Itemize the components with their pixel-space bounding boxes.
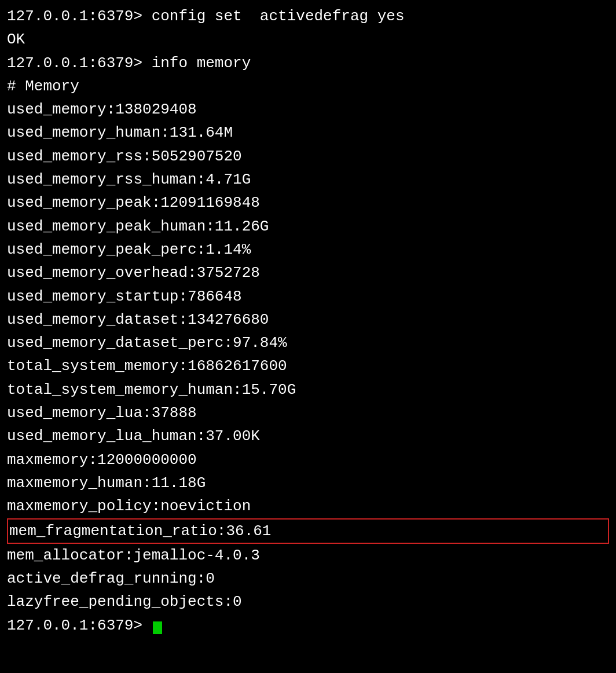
line-used-memory-lua-human: used_memory_lua_human:37.00K (7, 425, 609, 448)
line-used-memory-human: used_memory_human:131.64M (7, 121, 609, 144)
line-config-set: 127.0.0.1:6379> config set activedefrag … (7, 5, 609, 28)
line-mem-allocator: mem_allocator:jemalloc-4.0.3 (7, 544, 609, 567)
line-used-memory-dataset: used_memory_dataset:134276680 (7, 308, 609, 331)
terminal-container: 127.0.0.1:6379> config set activedefrag … (7, 5, 609, 637)
terminal-prompt-line[interactable]: 127.0.0.1:6379> (7, 614, 609, 637)
line-used-memory-peak-human: used_memory_peak_human:11.26G (7, 215, 609, 238)
line-lazyfree-pending: lazyfree_pending_objects:0 (7, 590, 609, 613)
line-ok: OK (7, 28, 609, 51)
line-used-memory-overhead: used_memory_overhead:3752728 (7, 261, 609, 284)
line-total-system-memory: total_system_memory:16862617600 (7, 354, 609, 378)
line-used-memory-rss: used_memory_rss:5052907520 (7, 145, 609, 168)
line-maxmemory-policy: maxmemory_policy:noeviction (7, 495, 609, 518)
line-maxmemory-human: maxmemory_human:11.18G (7, 471, 609, 495)
line-header: # Memory (7, 75, 609, 98)
line-active-defrag-running: active_defrag_running:0 (7, 567, 609, 590)
line-used-memory-peak-perc: used_memory_peak_perc:1.14% (7, 238, 609, 261)
line-used-memory-startup: used_memory_startup:786648 (7, 285, 609, 308)
line-mem-fragmentation-ratio: mem_fragmentation_ratio:36.61 (7, 518, 609, 544)
line-info-memory: 127.0.0.1:6379> info memory (7, 52, 609, 75)
line-used-memory-dataset-perc: used_memory_dataset_perc:97.84% (7, 331, 609, 354)
line-used-memory-peak: used_memory_peak:12091169848 (7, 191, 609, 214)
line-used-memory-lua: used_memory_lua:37888 (7, 401, 609, 425)
line-maxmemory: maxmemory:12000000000 (7, 448, 609, 471)
line-used-memory-rss-human: used_memory_rss_human:4.71G (7, 168, 609, 191)
line-used-memory: used_memory:138029408 (7, 98, 609, 121)
line-total-system-memory-human: total_system_memory_human:15.70G (7, 378, 609, 401)
terminal-cursor (153, 621, 162, 634)
